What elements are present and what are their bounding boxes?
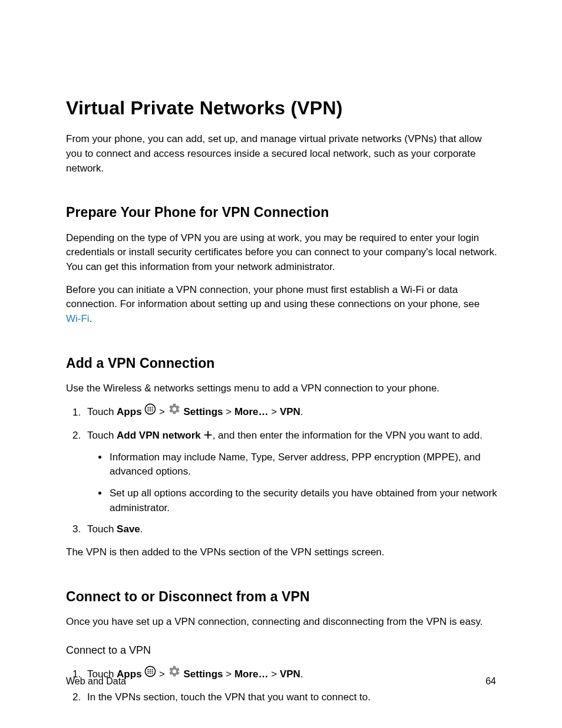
svg-point-19 [152,673,153,674]
svg-point-17 [148,673,149,674]
section-heading-prepare: Prepare Your Phone for VPN Connection [66,203,497,222]
text-run: > [156,407,167,418]
body-text: Depending on the type of VPN you are usi… [66,231,497,275]
text-run: , and then enter the information for the… [213,430,482,441]
label-add-vpn: Add VPN network [117,430,203,441]
section-heading-connect: Connect to or Disconnect from a VPN [66,587,497,607]
list-item: Information may include Name, Type, Serv… [108,450,497,479]
svg-point-11 [148,669,149,670]
text-run: Touch [87,523,117,535]
label-settings: Settings [181,407,223,418]
body-text: Before you can initiate a VPN connection… [66,283,497,327]
page-title: Virtual Private Networks (VPN) [66,94,497,121]
body-text: Use the Wireless & networks settings men… [66,381,497,396]
svg-point-12 [150,669,151,670]
label-save: Save [117,523,140,535]
svg-point-7 [148,410,149,411]
svg-point-13 [152,669,153,670]
svg-point-1 [148,407,149,408]
body-text: The VPN is then added to the VPNs sectio… [66,545,497,560]
list-item: Touch Add VPN network +, and then enter … [84,429,497,515]
wifi-link[interactable]: Wi-Fi [66,313,90,324]
label-vpn: VPN [280,407,300,418]
svg-point-8 [150,410,151,411]
svg-point-18 [150,673,151,674]
text-run: . [140,523,143,535]
text-run: Before you can initiate a VPN connection… [66,284,480,310]
svg-point-2 [150,407,151,408]
label-more: More… [234,407,269,418]
label-apps: Apps [117,407,142,418]
page-footer: Web and Data 64 [66,674,496,688]
text-run: > [223,407,234,418]
svg-point-15 [150,671,151,672]
apps-icon [144,403,156,420]
list-item: Touch Save. [84,522,497,537]
footer-section: Web and Data [66,674,126,688]
intro-paragraph: From your phone, you can add, set up, an… [66,132,497,176]
page-content: Virtual Private Networks (VPN) From your… [0,0,562,705]
body-text: Once you have set up a VPN connection, c… [66,615,497,630]
svg-point-4 [148,409,149,410]
svg-point-6 [152,409,153,410]
svg-point-3 [152,407,153,408]
text-run: > [269,407,280,418]
gear-icon [168,403,181,420]
page-number: 64 [485,674,496,688]
list-item: In the VPNs section, touch the VPN that … [84,690,497,705]
list-item: Set up all options according to the secu… [108,486,497,515]
steps-list-add: Touch Apps > Settings > More… > VPN. Tou… [66,404,497,536]
svg-point-14 [148,671,149,672]
text-run: . [300,407,303,418]
sublist: Information may include Name, Type, Serv… [87,450,497,516]
subheading-connect: Connect to a VPN [66,643,497,658]
svg-point-5 [150,409,151,410]
section-heading-add: Add a VPN Connection [66,354,497,373]
text-run: . [90,313,92,324]
svg-point-9 [152,410,153,411]
text-run: Touch [87,407,117,418]
svg-point-16 [152,671,153,672]
text-run: Touch [87,430,117,441]
list-item: Touch Apps > Settings > More… > VPN. [84,404,497,421]
